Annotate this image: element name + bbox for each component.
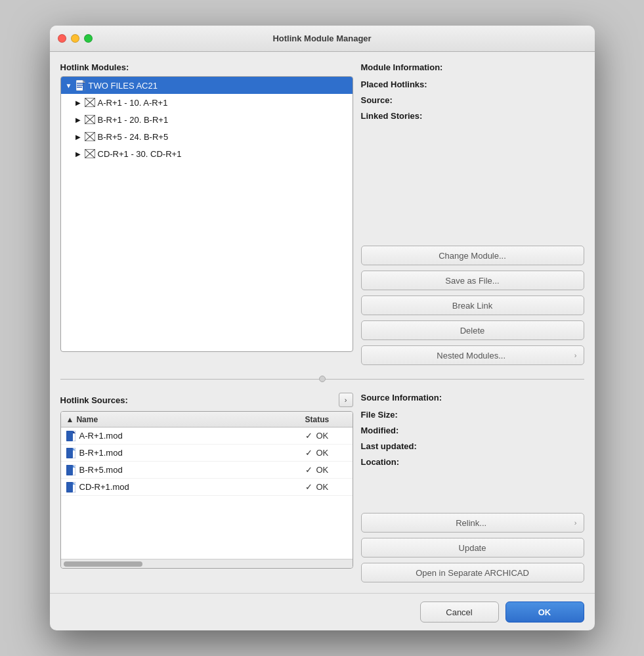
tree-cdr1-label: CD-R+1 - 30. CD-R+1 <box>98 149 182 159</box>
source-row-4[interactable]: CD-R+1.mod OK <box>61 479 353 496</box>
sources-table[interactable]: ▲ Name Status <box>60 411 353 569</box>
change-module-label: Change Module... <box>362 251 584 261</box>
divider-line-right <box>326 379 584 380</box>
tree-item-cdr1[interactable]: ▶ CD-R+1 - 30. CD-R+1 <box>61 145 353 162</box>
maximize-button[interactable] <box>84 34 93 43</box>
save-as-file-button[interactable]: Save as File... <box>361 271 584 290</box>
ok-label: OK <box>538 607 551 617</box>
tree-item-ar1[interactable]: ▶ A-R+1 - 10. A-R+1 <box>61 94 353 111</box>
svg-rect-3 <box>77 83 85 84</box>
module-info-panel: Module Information: Placed Hotlinks: Sou… <box>361 62 584 365</box>
last-updated-row: Last updated: <box>361 438 584 454</box>
minimize-button[interactable] <box>71 34 79 43</box>
close-button[interactable] <box>58 34 66 43</box>
open-archicad-label: Open in Separate ARCHICAD <box>362 568 584 578</box>
svg-marker-20 <box>73 431 75 433</box>
source-file-icon-4 <box>66 482 75 492</box>
relink-arrow-icon: › <box>574 519 577 527</box>
sources-panel: Hotlink Sources: › ▲ Name Status <box>60 393 353 582</box>
svg-rect-18 <box>66 431 73 441</box>
tree-root-label: TWO FILES AC21 <box>89 81 158 91</box>
traffic-lights <box>58 34 93 43</box>
table-header: ▲ Name Status <box>61 412 353 427</box>
tree-item-br1[interactable]: ▶ B-R+1 - 20. B-R+1 <box>61 111 353 128</box>
source-status-4: OK <box>300 482 353 492</box>
source-row: Source: <box>361 92 584 108</box>
source-row-2[interactable]: B-R+1.mod OK <box>61 445 353 462</box>
break-link-button[interactable]: Break Link <box>361 295 584 315</box>
source-name-4: CD-R+1.mod <box>61 482 300 492</box>
arrow-br5: ▶ <box>74 133 82 141</box>
delete-button[interactable]: Delete <box>361 320 584 340</box>
source-row-1[interactable]: A-R+1.mod OK <box>61 427 353 445</box>
cancel-label: Cancel <box>446 607 472 617</box>
modules-panel: Hotlink Modules: ▼ <box>60 62 353 365</box>
tree-item-br5[interactable]: ▶ B-R+5 - 24. B-R+5 <box>61 128 353 145</box>
sub-icon-br5 <box>85 131 95 142</box>
status-column-header[interactable]: Status <box>300 415 353 424</box>
relink-button[interactable]: Relink... › <box>361 513 584 533</box>
open-archicad-button[interactable]: Open in Separate ARCHICAD <box>361 563 584 582</box>
placed-hotlinks-row: Placed Hotlinks: <box>361 76 584 92</box>
arrow-root: ▼ <box>65 82 73 89</box>
location-label: Location: <box>361 457 440 467</box>
source-status-2: OK <box>300 448 353 458</box>
window-title: Hotlink Module Manager <box>272 33 371 43</box>
source-info-panel: Source Information: File Size: Modified:… <box>361 393 584 582</box>
save-as-file-label: Save as File... <box>362 276 584 286</box>
file-size-row: File Size: <box>361 406 584 422</box>
ok-button[interactable]: OK <box>505 601 584 623</box>
module-buttons-group: Change Module... Save as File... Break L… <box>361 127 584 365</box>
delete-label: Delete <box>362 326 584 336</box>
tree-br1-label: B-R+1 - 20. B-R+1 <box>98 115 169 125</box>
modules-panel-label: Hotlink Modules: <box>60 62 353 72</box>
divider-dot <box>319 376 326 382</box>
expand-sources-button[interactable]: › <box>339 393 353 407</box>
source-info-fields: File Size: Modified: Last updated: Locat… <box>361 406 584 470</box>
nested-modules-arrow-icon: › <box>574 351 577 359</box>
titlebar: Hotlink Module Manager <box>50 26 595 52</box>
source-row-3[interactable]: B-R+5.mod OK <box>61 462 353 479</box>
cancel-button[interactable]: Cancel <box>420 601 499 623</box>
dialog-footer: Cancel OK <box>50 593 595 630</box>
scrollbar-thumb[interactable] <box>64 561 142 567</box>
source-status-3: OK <box>300 465 353 475</box>
modules-tree[interactable]: ▼ TWO FILES AC21 <box>60 76 353 352</box>
update-button[interactable]: Update <box>361 538 584 558</box>
source-info-label: Source Information: <box>361 393 584 403</box>
modified-label: Modified: <box>361 426 440 435</box>
top-panels: Hotlink Modules: ▼ <box>60 62 584 365</box>
change-module-button[interactable]: Change Module... <box>361 246 584 265</box>
root-file-icon <box>75 80 86 91</box>
source-label: Source: <box>361 95 440 105</box>
name-column-header[interactable]: ▲ Name <box>61 415 300 424</box>
svg-rect-28 <box>66 482 73 492</box>
svg-rect-22 <box>66 448 73 458</box>
content-area: Hotlink Modules: ▼ <box>50 52 595 593</box>
arrow-cdr1: ▶ <box>74 150 82 158</box>
nested-modules-button[interactable]: Nested Modules... › <box>361 345 584 365</box>
table-empty-space <box>61 496 353 559</box>
source-file-icon-2 <box>66 448 75 458</box>
svg-rect-5 <box>77 87 82 88</box>
break-link-label: Break Link <box>362 301 584 311</box>
source-file-icon-1 <box>66 431 75 441</box>
svg-marker-26 <box>73 465 75 468</box>
source-name-3: B-R+5.mod <box>61 465 300 475</box>
modified-row: Modified: <box>361 422 584 438</box>
sources-panel-label: Hotlink Sources: <box>60 395 128 405</box>
svg-rect-25 <box>66 465 73 475</box>
linked-stories-row: Linked Stories: <box>361 108 584 123</box>
svg-marker-23 <box>73 448 75 450</box>
main-window: Hotlink Module Manager Hotlink Modules: … <box>50 26 595 630</box>
sub-icon-ar1 <box>85 97 95 108</box>
svg-rect-4 <box>77 85 83 86</box>
tree-item-root[interactable]: ▼ TWO FILES AC21 <box>61 77 353 94</box>
sort-icon: ▲ <box>66 415 74 424</box>
tree-ar1-label: A-R+1 - 10. A-R+1 <box>98 98 168 108</box>
svg-marker-29 <box>73 482 75 485</box>
source-status-1: OK <box>300 431 353 441</box>
scrollbar-area[interactable] <box>61 559 353 568</box>
horizontal-divider <box>60 373 584 385</box>
last-updated-label: Last updated: <box>361 441 440 451</box>
